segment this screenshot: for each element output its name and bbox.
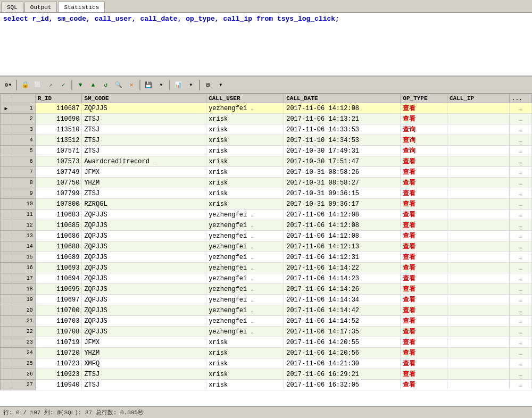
cell-call-user: xrisk (206, 348, 284, 358)
copy-icon: ⬜ (34, 81, 41, 88)
table-row[interactable]: 12110685ZQPJJSyezhengfei …2017-11-06 14:… (1, 220, 532, 231)
table-row[interactable]: 18110695ZQPJJSyezhengfei …2017-11-06 14:… (1, 284, 532, 295)
cell-call-ip (447, 263, 509, 273)
table-row[interactable]: 22110708ZQPJJSyezhengfei …2017-11-06 14:… (1, 327, 532, 337)
save-button[interactable]: 💾 (143, 79, 154, 91)
cell-sm-code: XMFQ (82, 358, 206, 369)
cell-ellipsis: … (509, 114, 531, 124)
cell-call-ip (447, 231, 509, 241)
tab-bar: SQL Output Statistics (0, 0, 532, 13)
refresh-button[interactable]: ↺ (100, 79, 112, 91)
table-row[interactable]: 26110923ZTSJxrisk2017-11-06 16:29:21查看… (1, 369, 532, 380)
header-r-id[interactable]: R_ID (35, 94, 82, 103)
cell-sm-code: Awardcreditrecord … (82, 156, 206, 167)
settings-button[interactable]: ⚙ ▼ (2, 79, 14, 91)
grid-icon: ⊞ (206, 81, 210, 88)
table-row[interactable]: 27110940ZTSJxrisk2017-11-06 16:32:05查看… (1, 380, 532, 390)
cell-ellipsis: … (509, 188, 531, 199)
row-indicator (1, 124, 12, 135)
table-row[interactable]: 25110723XMFQxrisk2017-11-06 14:21:30查看… (1, 358, 532, 369)
table-row[interactable]: 15110689ZQPJJSyezhengfei …2017-11-06 14:… (1, 252, 532, 263)
table-row[interactable]: 5107571ZTSJxrisk2017-10-30 17:49:31查询… (1, 146, 532, 156)
cell-sm-code: ZTSJ (82, 114, 206, 124)
header-call-ip[interactable]: CALL_IP (447, 94, 509, 103)
filter-up-icon: ▲ (92, 82, 95, 88)
save-icon: 💾 (145, 81, 152, 88)
cell-call-ip (447, 252, 509, 263)
row-number: 10 (12, 199, 35, 210)
row-indicator (1, 188, 12, 199)
export-button[interactable]: ↗ (45, 79, 56, 91)
check-button[interactable]: ✓ (57, 79, 69, 91)
table-row[interactable]: ▶1110687ZQPJJSyezhengfei …2017-11-06 14:… (1, 103, 532, 114)
row-number: 20 (12, 305, 35, 316)
cell-sm-code: ZTSJ (82, 188, 206, 199)
save-dropdown-button[interactable]: ▼ (155, 79, 167, 91)
separator-3 (139, 80, 140, 90)
table-row[interactable]: 23110719JFMXxrisk2017-11-06 14:20:55查看… (1, 337, 532, 348)
cell-call-ip (447, 135, 509, 146)
header-op-type[interactable]: OP_TYPE (401, 94, 447, 103)
table-row[interactable]: 11110683ZQPJJSyezhengfei …2017-11-06 14:… (1, 210, 532, 220)
table-row[interactable]: 9107799ZTSJxrisk2017-10-31 09:36:15查看… (1, 188, 532, 199)
cell-sm-code: ZTSJ (82, 369, 206, 380)
row-indicator (1, 231, 12, 241)
header-sm-code[interactable]: SM_CODE (82, 94, 206, 103)
cell-op-type: 查看 (401, 220, 447, 231)
tab-output[interactable]: Output (24, 2, 57, 12)
table-row[interactable]: 21110703ZQPJJSyezhengfei …2017-11-06 14:… (1, 316, 532, 327)
cell-r-id: 110695 (35, 284, 82, 295)
cell-r-id: 110693 (35, 263, 82, 273)
grid-dropdown-button[interactable]: ▼ (215, 79, 227, 91)
cell-ellipsis: … (509, 135, 531, 146)
search-icon: 🔍 (115, 81, 122, 88)
row-number: 6 (12, 156, 35, 167)
table-row[interactable]: 7107749JFMXxrisk2017-10-31 08:58:26查看… (1, 167, 532, 178)
tab-statistics[interactable]: Statistics (58, 2, 105, 12)
table-row[interactable]: 8107750YHZMxrisk2017-10-31 08:58:27查看… (1, 178, 532, 188)
header-call-user[interactable]: CALL_USER (206, 94, 284, 103)
grid-button[interactable]: ⊞ (202, 79, 214, 91)
table-row[interactable]: 3113510ZTSJxrisk2017-11-06 14:33:53查询… (1, 124, 532, 135)
cell-call-date: 2017-11-06 14:12:08 (284, 220, 401, 231)
cell-op-type: 查看 (401, 178, 447, 188)
table-row[interactable]: 2110690ZTSJxrisk2017-11-06 14:13:21查看… (1, 114, 532, 124)
sql-editor[interactable]: select r_id, sm_code, call_user, call_da… (0, 13, 532, 77)
table-row[interactable]: 14110688ZQPJJSyezhengfei …2017-11-06 14:… (1, 241, 532, 252)
cell-call-date: 2017-11-06 14:13:21 (284, 114, 401, 124)
cell-call-ip (447, 188, 509, 199)
table-row[interactable]: 19110697ZQPJJSyezhengfei …2017-11-06 14:… (1, 295, 532, 305)
data-grid[interactable]: R_ID SM_CODE CALL_USER CALL_DATE OP_TYPE… (0, 94, 532, 406)
tab-sql[interactable]: SQL (1, 2, 23, 12)
chart-button[interactable]: 📊 (172, 79, 184, 91)
cell-ellipsis: … (509, 295, 531, 305)
cell-op-type: 查询 (401, 135, 447, 146)
cell-call-date: 2017-11-06 14:14:34 (284, 295, 401, 305)
table-row[interactable]: 17110694ZQPJJSyezhengfei …2017-11-06 14:… (1, 273, 532, 284)
table-row[interactable]: 13110686ZQPJJSyezhengfei …2017-11-06 14:… (1, 231, 532, 241)
header-call-date[interactable]: CALL_DATE (284, 94, 401, 103)
cell-sm-code: RZRQGL (82, 199, 206, 210)
table-row[interactable]: 20110700ZQPJJSyezhengfei …2017-11-06 14:… (1, 305, 532, 316)
search-button[interactable]: 🔍 (113, 79, 124, 91)
filter-down-button[interactable]: ▼ (74, 79, 86, 91)
lock-button[interactable]: 🔒 (19, 79, 31, 91)
cell-call-ip (447, 358, 509, 369)
table-row[interactable]: 24110720YHZMxrisk2017-11-06 14:20:56查看… (1, 348, 532, 358)
table-row[interactable]: 10107800RZRQGLxrisk2017-10-31 09:36:17查看… (1, 199, 532, 210)
row-indicator (1, 316, 12, 327)
clear-button[interactable]: ✕ (126, 79, 137, 91)
copy-button[interactable]: ⬜ (32, 79, 44, 91)
row-indicator (1, 305, 12, 316)
cell-call-user: yezhengfei … (206, 263, 284, 273)
table-row[interactable]: 4113512ZTSJxrisk2017-11-10 14:34:53查询… (1, 135, 532, 146)
cell-call-ip (447, 305, 509, 316)
cell-sm-code: ZQPJJS (82, 295, 206, 305)
filter-up-button[interactable]: ▲ (87, 79, 99, 91)
table-row[interactable]: 6107573Awardcreditrecord …xrisk2017-10-3… (1, 156, 532, 167)
table-row[interactable]: 16110693ZQPJJSyezhengfei …2017-11-06 14:… (1, 263, 532, 273)
lock-icon: 🔒 (21, 81, 29, 89)
chart-dropdown-button[interactable]: ▼ (185, 79, 197, 91)
refresh-icon: ↺ (104, 81, 108, 88)
row-indicator (1, 273, 12, 284)
